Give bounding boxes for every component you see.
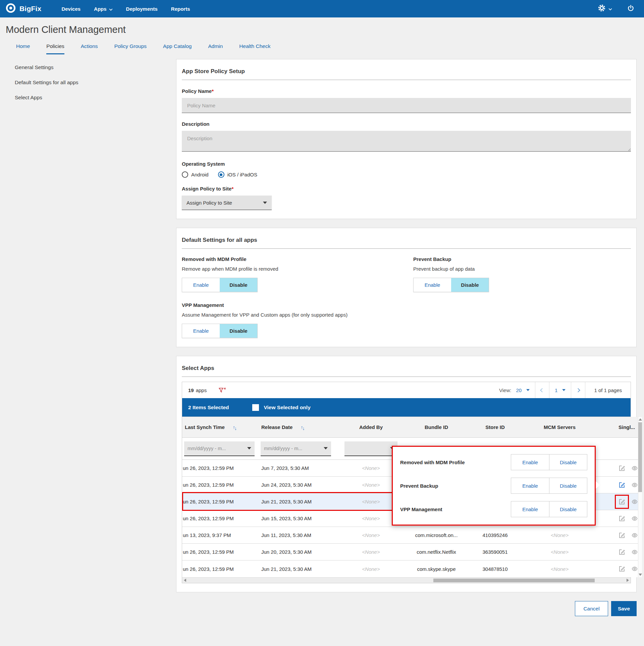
- policy-name-input[interactable]: [182, 98, 631, 113]
- col-header-added-by[interactable]: Added By: [336, 424, 406, 430]
- vertical-scrollbar[interactable]: [638, 417, 642, 577]
- eye-icon[interactable]: [631, 498, 638, 505]
- top-bar: BigFix Devices Apps Deployments Reports: [0, 0, 644, 17]
- edit-icon[interactable]: [619, 515, 625, 522]
- sort-icon[interactable]: ↑↓: [301, 425, 305, 430]
- operating-system-radio-group: Android iOS / iPadOS: [182, 171, 631, 178]
- bigfix-logo[interactable]: BigFix: [5, 3, 41, 15]
- removed-with-mdm-buttons: Enable Disable: [511, 454, 587, 470]
- tab-policies[interactable]: Policies: [46, 43, 64, 54]
- default-settings-grid: Removed with MDM Profile Remove app when…: [182, 256, 631, 338]
- table-row[interactable]: un 26, 2023, 12:59 PM Jun 21, 2023, 5:30…: [182, 560, 638, 577]
- enable-button[interactable]: Enable: [511, 478, 549, 493]
- chevron-down-icon[interactable]: [562, 389, 566, 391]
- disable-button[interactable]: Disable: [549, 501, 587, 517]
- view-selected-only-checkbox[interactable]: [252, 404, 259, 411]
- disable-button[interactable]: Disable: [220, 324, 257, 338]
- enable-button[interactable]: Enable: [511, 454, 549, 470]
- radio-ios-ipados[interactable]: iOS / iPadOS: [218, 171, 257, 178]
- clear-filter-icon[interactable]: [218, 387, 227, 394]
- eye-icon[interactable]: [631, 549, 638, 555]
- eye-icon[interactable]: [631, 465, 638, 472]
- description-input[interactable]: [182, 131, 631, 152]
- nav-deployments[interactable]: Deployments: [126, 6, 158, 12]
- col-header-last-synch-time[interactable]: Last Synch Time ↑↓: [182, 424, 259, 430]
- edit-icon[interactable]: [619, 549, 625, 555]
- scroll-up-icon[interactable]: [639, 418, 642, 421]
- prevent-backup-toggle: Enable Disable: [413, 278, 489, 292]
- edit-icon[interactable]: [619, 465, 625, 472]
- disable-button[interactable]: Disable: [451, 278, 489, 292]
- page-number-selector[interactable]: 1: [549, 382, 571, 398]
- radio-android[interactable]: Android: [182, 171, 209, 178]
- operating-system-label: Operating System: [182, 161, 631, 167]
- edit-icon[interactable]: [619, 566, 625, 572]
- sort-icon[interactable]: ↑↓: [233, 425, 237, 430]
- save-button[interactable]: Save: [611, 601, 637, 616]
- enable-button[interactable]: Enable: [511, 501, 549, 517]
- vertical-scroll-thumb[interactable]: [638, 422, 642, 492]
- chevron-down-icon[interactable]: [526, 389, 530, 391]
- horizontal-scrollbar[interactable]: [182, 577, 631, 583]
- tab-home[interactable]: Home: [16, 43, 30, 54]
- enable-button[interactable]: Enable: [182, 278, 220, 292]
- disable-button[interactable]: Disable: [549, 454, 587, 470]
- release-date-filter[interactable]: mm/dd/yyyy - m...: [261, 441, 331, 456]
- cancel-button[interactable]: Cancel: [575, 601, 608, 616]
- tab-policy-groups[interactable]: Policy Groups: [114, 43, 147, 54]
- sidebar-item-general-settings[interactable]: General Settings: [15, 64, 159, 70]
- tab-health-check[interactable]: Health Check: [239, 43, 270, 54]
- col-header-store-id[interactable]: Store ID: [467, 424, 524, 430]
- table-row[interactable]: un 13, 2023, 9:37 PM Jun 11, 2023, 5:30 …: [182, 527, 638, 544]
- chevron-down-icon: [608, 6, 612, 12]
- prev-page-button[interactable]: [535, 382, 549, 398]
- col-header-bundle-id[interactable]: Bundle ID: [406, 424, 467, 430]
- divider: [182, 376, 631, 377]
- tab-actions[interactable]: Actions: [81, 43, 98, 54]
- last-synch-date-filter[interactable]: mm/dd/yyyy - m...: [184, 441, 255, 456]
- edit-icon-active[interactable]: [619, 482, 625, 488]
- assign-policy-dropdown[interactable]: Assign Policy to Site: [182, 196, 272, 210]
- eye-icon[interactable]: [631, 515, 638, 522]
- next-page-button[interactable]: [571, 382, 585, 398]
- scroll-right-icon[interactable]: [627, 579, 629, 582]
- brand-name: BigFix: [19, 5, 41, 13]
- eye-icon[interactable]: [631, 532, 638, 539]
- enable-button[interactable]: Enable: [182, 324, 220, 338]
- sidebar-item-select-apps[interactable]: Select Apps: [15, 95, 159, 101]
- col-header-single-app-mode[interactable]: Singl...: [596, 424, 638, 430]
- col-header-mcm-servers[interactable]: MCM Servers: [524, 424, 596, 430]
- enable-button[interactable]: Enable: [414, 278, 451, 292]
- logout-button[interactable]: [627, 4, 635, 13]
- chevron-down-icon: [109, 6, 113, 12]
- required-asterisk: *: [231, 186, 233, 192]
- table-row[interactable]: un 26, 2023, 12:59 PM Jun 20, 2023, 5:30…: [182, 544, 638, 560]
- scroll-down-icon[interactable]: [639, 574, 642, 576]
- settings-menu-button[interactable]: [598, 4, 612, 13]
- added-by-filter[interactable]: [344, 441, 397, 456]
- edit-icon-annotated[interactable]: [619, 498, 625, 505]
- tab-admin[interactable]: Admin: [208, 43, 223, 54]
- tab-app-catalog[interactable]: App Catalog: [163, 43, 192, 54]
- nav-apps[interactable]: Apps: [94, 6, 113, 12]
- scroll-left-icon[interactable]: [184, 579, 186, 582]
- page-size-selector[interactable]: View: 20: [494, 382, 535, 398]
- sidebar-item-default-settings[interactable]: Default Settings for all apps: [15, 79, 159, 86]
- eye-icon[interactable]: [631, 482, 638, 488]
- chevron-right-icon: [576, 388, 581, 392]
- top-nav: Devices Apps Deployments Reports: [61, 6, 190, 12]
- bigfix-logo-icon: [5, 3, 16, 15]
- nav-reports[interactable]: Reports: [171, 6, 190, 12]
- disable-button[interactable]: Disable: [220, 278, 257, 292]
- edit-icon[interactable]: [619, 532, 625, 539]
- col-header-release-date[interactable]: Release Date ↑↓: [259, 424, 336, 430]
- radio-ios-circle[interactable]: [218, 171, 224, 178]
- policy-name-label: Policy Name*: [182, 88, 631, 94]
- disable-button[interactable]: Disable: [549, 478, 587, 493]
- horizontal-scroll-thumb[interactable]: [433, 579, 595, 582]
- nav-devices[interactable]: Devices: [61, 6, 80, 12]
- radio-android-circle[interactable]: [182, 171, 188, 178]
- eye-icon[interactable]: [631, 566, 638, 572]
- chevron-left-icon: [540, 388, 544, 392]
- page-number-value: 1: [555, 387, 557, 393]
